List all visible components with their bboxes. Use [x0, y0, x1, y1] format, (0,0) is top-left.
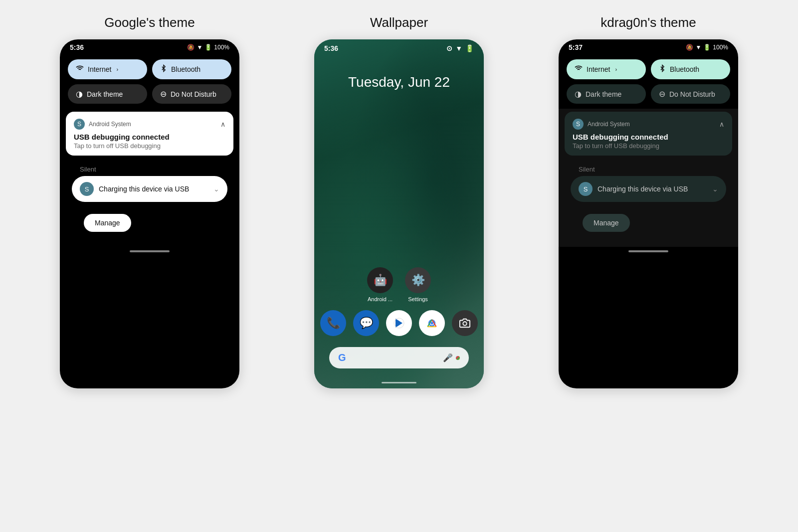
- kdrag0n-notif-title: USB debugging connected: [573, 133, 724, 141]
- column-google: Google's theme 5:36 🔕 ▼ 🔋 100%: [25, 15, 274, 388]
- wallpaper-apps: 🤖 Android ... ⚙️ Settings 📞 💬: [314, 257, 484, 378]
- wallpaper-usb-icon: ⊙: [446, 44, 452, 52]
- google-mic-icon[interactable]: 🎤: [443, 353, 453, 362]
- google-manage-area: Manage: [66, 202, 233, 244]
- google-dnd-tile[interactable]: ⊖ Do Not Disturb: [152, 84, 231, 104]
- google-notif-card[interactable]: S Android System ∧ USB debugging connect…: [66, 112, 233, 156]
- wallpaper-bg: 5:36 ⊙ ▼ 🔋 Tuesday, Jun 22 🤖: [314, 39, 484, 388]
- google-notif-header: S Android System ∧: [74, 119, 225, 130]
- wallpaper-battery-icon: 🔋: [465, 44, 474, 52]
- kdrag0n-home-bar: [559, 247, 738, 259]
- kdrag0n-dnd-label: Do Not Disturb: [669, 90, 715, 98]
- kdrag0n-internet-label: Internet: [587, 65, 610, 73]
- google-dnd-label: Do Not Disturb: [171, 90, 216, 98]
- google-internet-tile[interactable]: Internet ›: [68, 59, 147, 79]
- google-bluetooth-tile[interactable]: Bluetooth: [152, 59, 231, 79]
- kdrag0n-notif-header: S Android System ∧: [573, 119, 724, 130]
- google-notif-app-icon: S: [74, 119, 85, 130]
- kdrag0n-notif-body: S Android System ∧ USB debugging connect…: [565, 112, 732, 156]
- google-lens-icon: [456, 356, 460, 360]
- kdrag0n-battery-text: 100%: [713, 44, 728, 51]
- wallpaper-settings-label: Settings: [408, 296, 428, 302]
- google-bluetooth-icon: [160, 64, 167, 74]
- wallpaper-phone-icon[interactable]: 📞: [320, 310, 346, 336]
- wallpaper-android-app[interactable]: 🤖 Android ...: [367, 267, 393, 302]
- google-dark-theme-icon: ◑: [76, 89, 83, 99]
- kdrag0n-wifi-icon: ▼: [695, 44, 701, 51]
- google-qs-row-2: ◑ Dark theme ⊖ Do Not Disturb: [68, 84, 231, 104]
- kdrag0n-bluetooth-tile[interactable]: Bluetooth: [651, 59, 730, 79]
- wallpaper-wifi-icon: ▼: [455, 44, 462, 52]
- kdrag0n-notif-expand-icon[interactable]: ∧: [719, 120, 724, 128]
- wallpaper-status-bar: 5:36 ⊙ ▼ 🔋: [314, 39, 484, 54]
- google-g-logo: G: [338, 352, 346, 363]
- google-notif-app-name: Android System: [89, 121, 131, 128]
- kdrag0n-qs-row-2: ◑ Dark theme ⊖ Do Not Disturb: [567, 84, 730, 104]
- google-charging-chevron: ⌄: [213, 185, 219, 193]
- kdrag0n-bluetooth-icon: [659, 64, 666, 74]
- kdrag0n-dnd-tile[interactable]: ⊖ Do Not Disturb: [651, 84, 730, 104]
- wallpaper-camera-icon[interactable]: [452, 310, 478, 336]
- kdrag0n-dnd-icon: ⊖: [659, 89, 665, 99]
- google-manage-button[interactable]: Manage: [84, 214, 131, 232]
- wallpaper-date: Tuesday, Jun 22: [314, 54, 484, 105]
- kdrag0n-notif-app-row: S Android System: [573, 119, 630, 130]
- kdrag0n-battery-icon: 🔋: [703, 44, 711, 51]
- kdrag0n-title: kdrag0n's theme: [600, 15, 696, 30]
- kdrag0n-silent-icon: 🔕: [686, 44, 693, 51]
- kdrag0n-manage-button[interactable]: Manage: [583, 214, 630, 232]
- google-silent-label: Silent: [66, 161, 233, 176]
- wallpaper-search-bar[interactable]: G 🎤: [329, 347, 469, 368]
- search-bar-icons: 🎤: [443, 353, 460, 362]
- kdrag0n-dark-theme-label: Dark theme: [586, 90, 621, 98]
- kdrag0n-quick-settings: Internet › Bluetooth ◑ Dark theme: [559, 53, 738, 104]
- google-status-icons: 🔕 ▼ 🔋 100%: [187, 44, 229, 51]
- kdrag0n-internet-chevron: ›: [615, 66, 617, 72]
- kdrag0n-bluetooth-label: Bluetooth: [670, 65, 699, 73]
- kdrag0n-status-icons: 🔕 ▼ 🔋 100%: [686, 44, 728, 51]
- kdrag0n-manage-area: Manage: [565, 202, 732, 244]
- kdrag0n-qs-row-1: Internet › Bluetooth: [567, 59, 730, 79]
- page-container: Google's theme 5:36 🔕 ▼ 🔋 100%: [25, 15, 773, 388]
- kdrag0n-notif-area: S Android System ∧ USB debugging connect…: [559, 109, 738, 247]
- google-charging-label: Charging this device via USB: [99, 185, 208, 193]
- google-wifi-icon: ▼: [197, 44, 202, 51]
- column-kdrag0n: kdrag0n's theme 5:37 🔕 ▼ 🔋 100%: [524, 15, 773, 388]
- google-notif-body: S Android System ∧ USB debugging connect…: [66, 112, 233, 156]
- kdrag0n-charging-chevron: ⌄: [712, 185, 718, 193]
- google-status-bar: 5:36 🔕 ▼ 🔋 100%: [60, 39, 239, 53]
- google-qs-row-1: Internet › Bluetooth: [68, 59, 231, 79]
- wallpaper-time: 5:36: [324, 44, 338, 52]
- google-home-indicator: [130, 250, 170, 252]
- wallpaper-chrome-icon[interactable]: [419, 310, 445, 336]
- google-internet-chevron: ›: [116, 66, 118, 72]
- google-notif-sub: Tap to turn off USB debugging: [74, 142, 225, 150]
- phone-google: 5:36 🔕 ▼ 🔋 100% Internet ›: [60, 39, 239, 388]
- google-silent-icon: 🔕: [187, 44, 195, 51]
- google-home-bar: [60, 247, 239, 259]
- kdrag0n-dark-theme-tile[interactable]: ◑ Dark theme: [567, 84, 646, 104]
- google-battery-text: 100%: [214, 44, 229, 51]
- google-dark-theme-tile[interactable]: ◑ Dark theme: [68, 84, 147, 104]
- wallpaper-play-icon[interactable]: [386, 310, 412, 336]
- wallpaper-messages-icon[interactable]: 💬: [353, 310, 379, 336]
- wallpaper-home-indicator: [382, 382, 416, 383]
- kdrag0n-charging-tile[interactable]: S Charging this device via USB ⌄: [571, 176, 726, 202]
- google-battery-icon: 🔋: [204, 44, 212, 51]
- wallpaper-settings-app[interactable]: ⚙️ Settings: [405, 267, 431, 302]
- kdrag0n-notif-app-name: Android System: [588, 121, 630, 128]
- svg-point-5: [463, 322, 466, 325]
- kdrag0n-notif-app-icon: S: [573, 119, 584, 130]
- google-notif-expand-icon[interactable]: ∧: [220, 120, 225, 128]
- kdrag0n-internet-tile[interactable]: Internet ›: [567, 59, 646, 79]
- phone-kdrag0n: 5:37 🔕 ▼ 🔋 100% Internet ›: [559, 39, 738, 388]
- wallpaper-home-bar: [314, 378, 484, 388]
- kdrag0n-silent-label: Silent: [565, 161, 732, 176]
- google-charging-tile[interactable]: S Charging this device via USB ⌄: [72, 176, 227, 202]
- google-dark-theme-label: Dark theme: [87, 90, 123, 98]
- google-notif-area: S Android System ∧ USB debugging connect…: [60, 109, 239, 247]
- wallpaper-android-label: Android ...: [368, 296, 393, 302]
- wallpaper-android-icon: 🤖: [367, 267, 393, 293]
- kdrag0n-notif-card[interactable]: S Android System ∧ USB debugging connect…: [565, 112, 732, 156]
- google-internet-label: Internet: [88, 65, 111, 73]
